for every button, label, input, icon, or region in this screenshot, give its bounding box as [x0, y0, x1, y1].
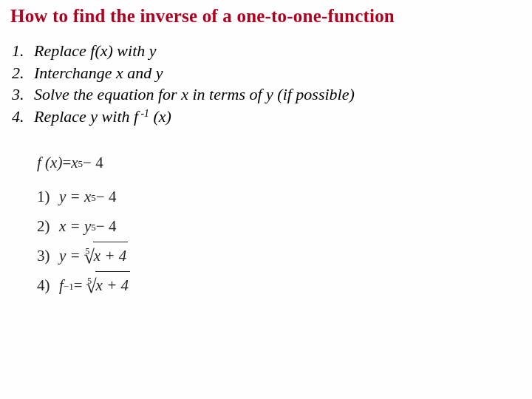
- step4-pre: Replace y with f: [34, 107, 138, 126]
- e4-exp: −1: [64, 278, 74, 295]
- given-function: f (x) = x5 − 4: [37, 149, 522, 178]
- given-rhs-tail: − 4: [83, 149, 103, 177]
- page-title: How to find the inverse of a one-to-one-…: [10, 6, 522, 27]
- step-text: Replace f(x) with y: [34, 40, 157, 62]
- example-line-4: 4) f −1 = 5 √ x + 4: [37, 271, 522, 301]
- step-3: 3. Solve the equation for x in terms of …: [12, 83, 522, 106]
- step-4: 4. Replace y with f -1 (x): [12, 106, 522, 128]
- radicand: x + 4: [95, 271, 131, 300]
- e1-exp: 5: [91, 189, 96, 206]
- example-label: 3): [37, 242, 59, 270]
- e2-exp: 5: [91, 219, 96, 236]
- step-1: 1. Replace f(x) with y: [12, 40, 522, 62]
- radicand: x + 4: [93, 242, 129, 270]
- step-number: 4.: [12, 106, 34, 128]
- step-text: Solve the equation for x in terms of y (…: [34, 83, 355, 106]
- given-rhs-exp: 5: [78, 155, 83, 172]
- e2-lhs: x = y: [59, 213, 91, 241]
- e2-tail: − 4: [96, 213, 117, 241]
- steps-list: 1. Replace f(x) with y 2. Interchange x …: [12, 40, 522, 128]
- step-number: 1.: [12, 40, 34, 62]
- step-text: Replace y with f -1 (x): [34, 106, 171, 128]
- e3-lhs: y =: [59, 242, 81, 270]
- step-text: Interchange x and y: [34, 62, 163, 84]
- example-label: 2): [37, 213, 59, 241]
- example-line-3: 3) y = 5 √ x + 4: [37, 242, 522, 271]
- example-label: 1): [37, 183, 59, 211]
- given-rhs-base: x: [71, 149, 78, 177]
- example-line-1: 1) y = x5 − 4: [37, 183, 522, 212]
- step4-exp: -1: [138, 108, 149, 119]
- example-label: 4): [37, 272, 59, 300]
- example-line-2: 2) x = y5 − 4: [37, 212, 522, 242]
- fifth-root: 5 √ x + 4: [83, 268, 131, 303]
- step4-post: (x): [149, 107, 171, 126]
- given-eq: =: [62, 149, 71, 177]
- given-lhs: f (x): [37, 149, 62, 177]
- step-number: 3.: [12, 83, 34, 106]
- worked-example: f (x) = x5 − 4 1) y = x5 − 4 2) x = y5 −…: [37, 149, 522, 301]
- e1-lhs: y = x: [59, 183, 91, 211]
- e1-tail: − 4: [96, 183, 117, 211]
- step-2: 2. Interchange x and y: [12, 62, 522, 84]
- e4-mid: =: [74, 272, 83, 300]
- step-number: 2.: [12, 62, 34, 84]
